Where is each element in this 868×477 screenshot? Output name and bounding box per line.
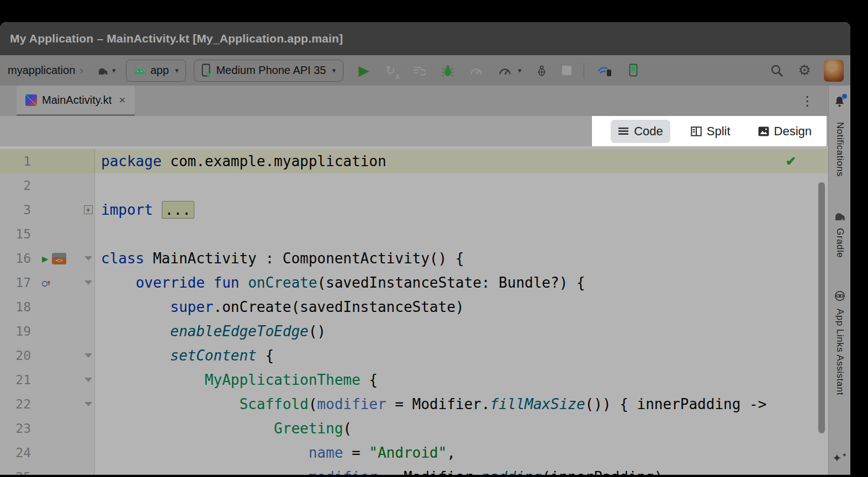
run-configuration-select[interactable]: app ▾ — [126, 60, 187, 82]
mode-split-label: Split — [707, 124, 731, 139]
line-number: 24 — [0, 446, 31, 460]
gutter[interactable]: 15 — [0, 222, 95, 246]
gutter[interactable]: 17○↑ — [0, 271, 95, 295]
debug-icon[interactable] — [440, 62, 456, 79]
project-breadcrumb[interactable]: myapplication — [8, 64, 75, 77]
main-toolbar: myapplication › ▾ app ▾ Medium Phone API… — [0, 55, 850, 86]
code-line: 15 — [0, 222, 828, 246]
gutter[interactable]: 22 — [0, 392, 95, 416]
code-lines: 1package com.example.myapplication23+imp… — [0, 149, 828, 475]
gutter[interactable]: 24 — [0, 441, 95, 465]
gutter[interactable]: 20 — [0, 343, 95, 368]
fold-marker[interactable]: + — [82, 205, 94, 214]
code-editor[interactable]: 1package com.example.myapplication23+imp… — [0, 146, 828, 475]
gemini-icon[interactable]: ✦✦ — [832, 452, 847, 465]
code-mode-icon — [618, 126, 629, 136]
settings-gear-icon[interactable]: ⚙ — [796, 62, 813, 79]
tab-options-kebab-icon[interactable]: ⋮ — [801, 93, 814, 109]
fold-marker[interactable] — [82, 402, 94, 406]
user-avatar[interactable] — [824, 60, 844, 82]
editor-scrollbar-thumb[interactable] — [818, 182, 825, 433]
tab-mainactivity[interactable]: MainActivity.kt × — [17, 86, 135, 116]
override-gutter-icon[interactable]: ○↑ — [42, 278, 51, 288]
run-configuration-label: app — [151, 64, 169, 77]
profiler-icon[interactable] — [497, 62, 514, 79]
device-phone-icon — [202, 63, 211, 77]
search-everywhere-icon[interactable] — [769, 62, 785, 79]
right-tool-stripe: Notifications Gradle App Links Assistant… — [828, 86, 850, 475]
editor-mode-switcher: Code Split Design — [592, 116, 827, 146]
gutter[interactable]: 2 — [0, 173, 95, 198]
profiler-chevron-icon[interactable]: ▾ — [518, 66, 522, 75]
run-button[interactable]: ▶ — [356, 62, 372, 78]
fold-marker[interactable] — [82, 280, 94, 285]
stripe-item-app-links[interactable]: App Links Assistant — [834, 309, 845, 395]
fold-marker[interactable] — [82, 256, 94, 261]
line-number: 3 — [0, 203, 31, 217]
code-text[interactable]: Scaffold(modifier = Modifier.fillMaxSize… — [95, 396, 766, 412]
line-number: 22 — [0, 397, 31, 411]
tab-close-icon[interactable]: × — [119, 93, 125, 107]
device-manager-icon[interactable] — [625, 62, 642, 79]
line-number: 19 — [0, 324, 31, 338]
mode-code-button[interactable]: Code — [611, 120, 670, 143]
mode-split-button[interactable]: Split — [684, 120, 738, 143]
kotlin-file-icon — [25, 94, 37, 106]
run-gutter-icon[interactable]: ▶ — [42, 252, 48, 264]
line-number: 2 — [0, 178, 31, 193]
code-line: 2 — [0, 173, 828, 198]
gutter[interactable]: 1 — [0, 149, 95, 173]
code-line: 3+import ... — [0, 198, 828, 222]
code-text[interactable]: enableEdgeToEdge() — [95, 323, 326, 340]
device-select-chevron-icon: ▾ — [332, 66, 336, 75]
gradle-elephant-icon[interactable] — [833, 211, 846, 221]
code-line: 25 modifier = Modifier.padding(innerPadd… — [0, 465, 828, 475]
line-number: 1 — [0, 154, 31, 168]
fold-marker[interactable] — [82, 353, 94, 358]
apply-code-changes-icon[interactable] — [411, 62, 427, 79]
gutter[interactable]: 19 — [0, 319, 95, 343]
gutter[interactable]: 16▶<> — [0, 246, 95, 271]
app-links-assistant-icon[interactable] — [834, 290, 846, 302]
stop-button[interactable] — [562, 66, 571, 75]
code-line: 24 name = "Android", — [0, 441, 828, 465]
profile-app-icon[interactable] — [468, 62, 485, 79]
code-text[interactable]: package com.example.myapplication — [95, 153, 387, 169]
code-line: 18 super.onCreate(savedInstanceState) — [0, 295, 828, 319]
code-text[interactable]: Greeting( — [95, 420, 352, 437]
code-line: 19 enableEdgeToEdge() — [0, 319, 828, 343]
gutter[interactable]: 25 — [0, 465, 95, 475]
gutter[interactable]: 21 — [0, 368, 95, 392]
gutter[interactable]: 18 — [0, 295, 95, 319]
stripe-item-gradle[interactable]: Gradle — [834, 228, 845, 258]
mode-design-button[interactable]: Design — [751, 120, 819, 143]
kotlin-class-icon[interactable]: <> — [52, 253, 66, 264]
code-line: 22 Scaffold(modifier = Modifier.fillMaxS… — [0, 392, 828, 416]
gutter[interactable]: 3+ — [0, 198, 95, 222]
gradle-sync-icon[interactable] — [94, 62, 111, 79]
code-text[interactable]: setContent { — [95, 347, 274, 364]
pair-devices-icon[interactable] — [596, 62, 613, 79]
code-text[interactable]: class MainActivity : ComponentActivity()… — [95, 250, 464, 267]
gutter[interactable]: 23 — [0, 416, 95, 441]
code-text[interactable]: import ... — [95, 202, 194, 218]
code-text[interactable]: modifier = Modifier.padding(innerPadding… — [95, 469, 663, 475]
notifications-bell-icon[interactable] — [834, 96, 845, 108]
editor-tab-bar: MainActivity.kt × ⋮ — [0, 86, 828, 116]
code-text[interactable]: name = "Android", — [95, 444, 456, 461]
code-text[interactable]: override fun onCreate(savedInstanceState… — [95, 274, 585, 291]
line-number: 15 — [0, 227, 31, 241]
code-text[interactable]: MyApplicationTheme { — [95, 372, 378, 388]
android-studio-window: My Application – MainActivity.kt [My_App… — [0, 22, 850, 475]
device-select[interactable]: Medium Phone API 35 ▾ — [194, 60, 343, 82]
stripe-item-notifications[interactable]: Notifications — [834, 122, 845, 177]
gradle-sync-chevron-icon[interactable]: ▾ — [112, 66, 116, 75]
apply-changes-icon[interactable]: ↻A — [382, 62, 399, 79]
attach-debugger-icon[interactable] — [533, 62, 550, 79]
device-select-label: Medium Phone API 35 — [216, 64, 326, 77]
code-text[interactable]: super.onCreate(savedInstanceState) — [95, 299, 464, 315]
fold-marker[interactable] — [82, 378, 94, 382]
inspections-ok-icon[interactable]: ✔ — [786, 154, 796, 169]
code-line: 21 MyApplicationTheme { — [0, 368, 828, 392]
split-mode-icon — [691, 126, 702, 136]
